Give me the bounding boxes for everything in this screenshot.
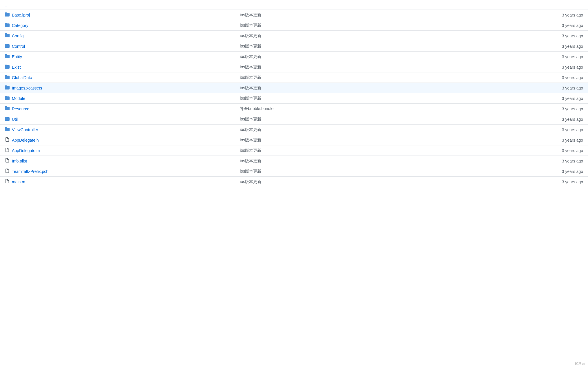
file-link[interactable]: Control [12,44,25,49]
folder-icon [5,64,10,70]
file-link[interactable]: Config [12,34,23,38]
file-icon [5,137,10,143]
folder-icon [5,54,10,59]
folder-icon [5,23,10,28]
folder-icon [5,85,10,91]
commit-time: 3 years ago [470,72,588,83]
commit-time: 3 years ago [470,114,588,125]
commit-message: ios版本更新 [235,72,470,83]
commit-message: ios版本更新 [235,135,470,145]
commit-time: 3 years ago [470,41,588,52]
file-link[interactable]: Info.plist [12,159,27,163]
folder-icon [5,106,10,112]
parent-link[interactable]: .. [5,3,7,7]
commit-time: 3 years ago [470,104,588,114]
table-row: Config ios版本更新3 years ago [0,31,588,41]
folder-icon [5,75,10,80]
file-table: .. Base.lproj ios版本更新3 years ago Categor… [0,0,588,187]
file-link[interactable]: Base.lproj [12,13,30,17]
folder-icon [5,33,10,39]
commit-message: ios版本更新 [235,166,470,177]
commit-message: ios版本更新 [235,145,470,156]
commit-time: 3 years ago [470,166,588,177]
table-row: ViewController ios版本更新3 years ago [0,125,588,135]
commit-time: 3 years ago [470,10,588,20]
table-row: main.m ios版本更新3 years ago [0,177,588,187]
file-link[interactable]: GlobalData [12,75,32,80]
file-link[interactable]: Category [12,23,28,28]
commit-message: ios版本更新 [235,31,470,41]
file-icon [5,169,10,174]
file-link[interactable]: Resource [12,107,29,111]
commit-message: ios版本更新 [235,62,470,72]
table-row: AppDelegate.m ios版本更新3 years ago [0,145,588,156]
file-icon [5,158,10,164]
folder-icon [5,96,10,101]
file-link[interactable]: Images.xcassets [12,86,42,90]
table-row: Exist ios版本更新3 years ago [0,62,588,72]
commit-message: ios版本更新 [235,125,470,135]
commit-time: 3 years ago [470,177,588,187]
file-link[interactable]: ViewController [12,127,38,132]
table-row: Control ios版本更新3 years ago [0,41,588,52]
file-link[interactable]: Util [12,117,18,122]
commit-time: 3 years ago [470,125,588,135]
parent-row: .. [0,0,588,10]
commit-time: 3 years ago [470,52,588,62]
table-row: Category ios版本更新3 years ago [0,20,588,31]
file-icon [5,179,10,184]
table-row: AppDelegate.h ios版本更新3 years ago [0,135,588,145]
commit-message: ios版本更新 [235,10,470,20]
commit-message: ios版本更新 [235,156,470,166]
file-link[interactable]: AppDelegate.h [12,138,39,143]
commit-message: ios版本更新 [235,41,470,52]
file-link[interactable]: AppDelegate.m [12,148,40,153]
folder-icon [5,127,10,132]
table-row: Resource 补全bubble.bundle3 years ago [0,104,588,114]
table-row: Info.plist ios版本更新3 years ago [0,156,588,166]
file-icon [5,148,10,153]
file-link[interactable]: Exist [12,65,21,70]
table-row: Module ios版本更新3 years ago [0,93,588,104]
file-link[interactable]: Entity [12,54,22,59]
commit-time: 3 years ago [470,31,588,41]
file-link[interactable]: TeamTalk-Prefix.pch [12,169,48,174]
table-row: Util ios版本更新3 years ago [0,114,588,125]
commit-message: ios版本更新 [235,93,470,104]
folder-icon [5,116,10,122]
commit-message: ios版本更新 [235,114,470,125]
file-link[interactable]: Module [12,96,25,101]
commit-message: ios版本更新 [235,83,470,93]
table-row: TeamTalk-Prefix.pch ios版本更新3 years ago [0,166,588,177]
commit-message: ios版本更新 [235,52,470,62]
table-row: Base.lproj ios版本更新3 years ago [0,10,588,20]
commit-time: 3 years ago [470,135,588,145]
table-row: GlobalData ios版本更新3 years ago [0,72,588,83]
commit-time: 3 years ago [470,83,588,93]
commit-time: 3 years ago [470,62,588,72]
commit-message: ios版本更新 [235,20,470,31]
folder-icon [5,12,10,18]
commit-time: 3 years ago [470,20,588,31]
folder-icon [5,43,10,49]
commit-time: 3 years ago [470,156,588,166]
table-row: Entity ios版本更新3 years ago [0,52,588,62]
commit-time: 3 years ago [470,93,588,104]
commit-message: ios版本更新 [235,177,470,187]
file-link[interactable]: main.m [12,180,25,184]
commit-message: 补全bubble.bundle [235,104,470,114]
table-row: Images.xcassets ios版本更新3 years ago [0,83,588,93]
commit-time: 3 years ago [470,145,588,156]
